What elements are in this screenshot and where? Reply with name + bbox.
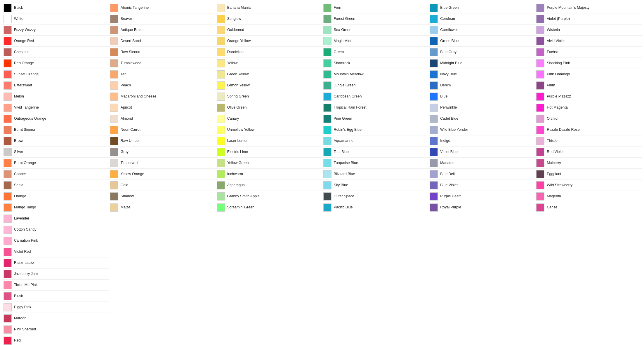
color-name-label: Apricot — [121, 105, 132, 110]
color-name-label: Purple Heart — [440, 194, 461, 198]
color-swatch — [323, 70, 331, 79]
color-swatch — [110, 93, 118, 101]
list-item: Macaroni and Cheese — [109, 91, 216, 102]
list-item: Electric Lime — [216, 147, 322, 158]
color-swatch — [536, 115, 544, 123]
color-name-label: Robin's Egg Blue — [334, 127, 362, 132]
color-name-label: Plum — [547, 83, 555, 88]
color-name-label: Red — [14, 338, 21, 343]
list-item: Chestnut — [2, 47, 109, 58]
color-name-label: Razzmatazz — [14, 260, 34, 265]
color-name-label: Desert Sand — [121, 39, 141, 43]
color-swatch — [110, 203, 118, 212]
color-name-label: Forest Green — [334, 16, 355, 21]
color-name-label: White — [14, 16, 23, 21]
list-item: Timberwolf — [109, 158, 216, 169]
color-swatch — [4, 259, 12, 267]
color-swatch — [217, 115, 225, 123]
color-name-label: Tan — [121, 72, 126, 76]
color-swatch — [4, 115, 12, 123]
list-item: Screamin' Green — [216, 202, 322, 213]
color-name-label: Mulberry — [547, 161, 561, 165]
color-swatch — [217, 181, 225, 189]
color-name-label: Beaver — [121, 16, 132, 21]
color-swatch — [430, 126, 438, 134]
list-item: Lavender — [2, 213, 109, 224]
color-swatch — [217, 48, 225, 56]
list-item: Manatee — [428, 158, 535, 169]
color-name-label: Vivid Tangerine — [14, 105, 39, 110]
list-item: Canary — [216, 113, 322, 124]
color-name-label: Hot Magenta — [547, 105, 568, 110]
color-name-label: Electric Lime — [227, 149, 248, 154]
list-item: Olive Green — [216, 102, 322, 113]
list-item: Cerise — [535, 202, 642, 213]
color-name-label: Gray — [121, 149, 129, 154]
color-name-label: Denim — [440, 83, 451, 88]
color-swatch — [217, 170, 225, 178]
color-name-label: Royal Purple — [440, 205, 461, 210]
list-item: Granny Smith Apple — [216, 191, 322, 202]
color-swatch — [217, 59, 225, 67]
list-item: Fuchsia — [535, 47, 642, 58]
list-item: Vivid Violet — [535, 36, 642, 47]
color-name-label: Blue Green — [440, 5, 459, 10]
list-item: Tan — [109, 69, 216, 80]
list-item: Blue Bell — [428, 169, 535, 180]
color-name-label: Fuzzy Wuzzy — [14, 27, 36, 32]
color-swatch — [430, 159, 438, 167]
color-name-label: Goldenrod — [227, 27, 244, 32]
color-name-label: Yellow Green — [227, 161, 249, 165]
color-swatch — [4, 192, 12, 201]
color-swatch — [536, 203, 544, 212]
color-swatch — [110, 81, 118, 90]
color-name-label: Raw Sienna — [121, 50, 140, 54]
color-swatch — [536, 15, 544, 23]
list-item: Purple Pizzazz — [535, 91, 642, 102]
list-item: Shadow — [109, 191, 216, 202]
color-swatch — [217, 26, 225, 34]
list-item: Thistle — [535, 135, 642, 147]
color-name-label: Unmellow Yellow — [227, 127, 255, 132]
list-item: Laser Lemon — [216, 135, 322, 147]
list-item: Cerulean — [428, 13, 535, 25]
color-swatch — [4, 281, 12, 289]
color-swatch — [110, 170, 118, 178]
list-item: Sepia — [2, 180, 109, 191]
color-name-label: Tumbleweed — [121, 61, 141, 65]
list-item: Almond — [109, 113, 216, 124]
color-swatch — [430, 37, 438, 45]
color-swatch — [430, 48, 438, 56]
color-name-label: Macaroni and Cheese — [121, 94, 156, 99]
color-name-label: Granny Smith Apple — [227, 194, 260, 198]
list-item: Cotton Candy — [2, 224, 109, 235]
color-swatch — [4, 70, 12, 79]
color-swatch — [4, 137, 12, 145]
color-name-label: Eggplant — [547, 172, 561, 176]
list-item: Orchid — [535, 113, 642, 124]
list-item: Razzle Dazzle Rose — [535, 124, 642, 135]
list-item: Yellow Orange — [109, 169, 216, 180]
color-swatch — [110, 126, 118, 134]
color-swatch — [430, 15, 438, 23]
list-item: Caribbean Green — [322, 91, 429, 102]
color-swatch — [110, 115, 118, 123]
list-item: Wild Blue Yonder — [428, 124, 535, 135]
color-swatch — [430, 203, 438, 212]
color-name-label: Asparagus — [227, 183, 245, 187]
color-name-label: Cerulean — [440, 16, 455, 21]
color-swatch — [323, 104, 331, 112]
list-item: Sunglow — [216, 13, 322, 25]
color-swatch — [536, 126, 544, 134]
color-name-label: Copper — [14, 172, 26, 176]
color-name-label: Tropical Rain Forest — [334, 105, 367, 110]
color-swatch — [4, 314, 12, 323]
list-item: White — [2, 13, 109, 25]
color-name-label: Jazzberry Jam — [14, 271, 38, 276]
list-item: Neon Carrot — [109, 124, 216, 135]
color-swatch — [4, 292, 12, 300]
color-swatch — [430, 170, 438, 178]
color-swatch — [217, 137, 225, 145]
list-item: Peach — [109, 80, 216, 91]
color-name-label: Wild Blue Yonder — [440, 127, 468, 132]
